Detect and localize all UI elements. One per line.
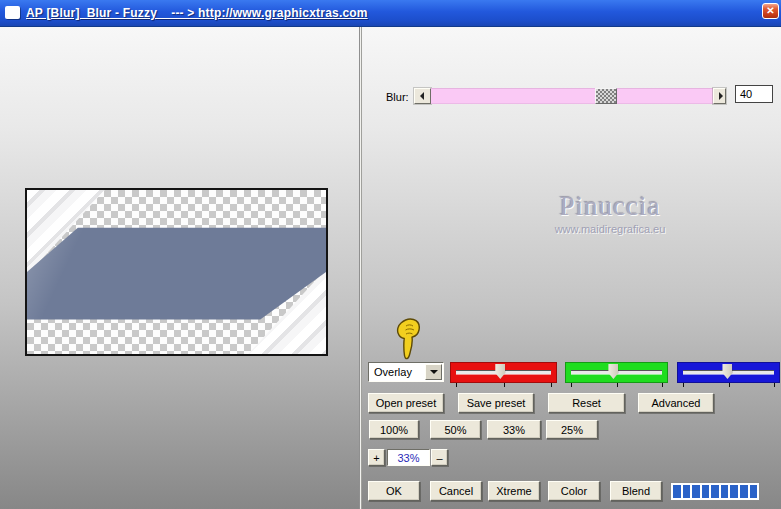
arrow-right-icon — [719, 92, 723, 100]
xtreme-button[interactable]: Xtreme — [488, 481, 540, 501]
pointing-hand-icon — [393, 317, 423, 361]
reset-button[interactable]: Reset — [548, 393, 625, 413]
progress-segment — [692, 485, 700, 498]
progress-segment — [721, 485, 729, 498]
watermark-name: Pinuccia — [485, 191, 735, 222]
blur-label: Blur: — [386, 91, 409, 103]
channel-slider-green[interactable] — [565, 362, 668, 383]
blur-increment-button[interactable] — [713, 88, 726, 104]
progress-segment — [740, 485, 748, 498]
blur-decrement-button[interactable] — [414, 88, 431, 104]
slider-tick — [683, 383, 684, 387]
arrow-left-icon — [420, 92, 424, 100]
cancel-button[interactable]: Cancel — [430, 481, 482, 501]
slider-tick — [456, 383, 457, 387]
blend-mode-value: Overlay — [374, 366, 412, 378]
close-button[interactable]: ✕ — [762, 3, 779, 19]
slider-tick — [774, 383, 775, 387]
slider-thumb[interactable] — [495, 364, 505, 379]
blend-button[interactable]: Blend — [610, 481, 662, 501]
slider-thumb[interactable] — [608, 364, 618, 379]
channel-slider-red[interactable] — [450, 362, 557, 383]
progress-segment — [730, 485, 738, 498]
window-icon — [5, 6, 20, 19]
progress-segment — [711, 485, 719, 498]
slider-thumb[interactable] — [722, 364, 732, 379]
progress-segment — [702, 485, 710, 498]
progress-segment — [683, 485, 691, 498]
open-preset-button[interactable]: Open preset — [368, 393, 444, 413]
zoom-out-button[interactable]: – — [431, 449, 448, 466]
close-icon: ✕ — [766, 5, 774, 16]
dropdown-button[interactable] — [425, 364, 442, 380]
progress-segment — [750, 485, 758, 498]
blur-value-field[interactable]: 40 — [735, 85, 773, 103]
zoom-33-button[interactable]: 33% — [487, 420, 541, 439]
zoom-in-button[interactable]: + — [368, 449, 385, 466]
watermark-url: www.maidiregrafica.eu — [485, 223, 735, 235]
window-title: AP [Blur] Blur - Fuzzy --- > http://www.… — [26, 6, 368, 20]
slider-tick — [571, 383, 572, 387]
chevron-down-icon — [430, 370, 438, 378]
zoom-level-value: 33% — [387, 449, 430, 466]
zoom-50-button[interactable]: 50% — [430, 420, 481, 439]
slider-tick — [617, 383, 618, 387]
progress-bar — [670, 482, 760, 501]
slider-tick — [729, 383, 730, 387]
slider-tick — [662, 383, 663, 387]
ok-button[interactable]: OK — [368, 481, 420, 501]
zoom-25-button[interactable]: 25% — [546, 420, 598, 439]
progress-segment — [673, 485, 681, 498]
zoom-100-button[interactable]: 100% — [369, 420, 419, 439]
blur-slider-thumb[interactable] — [595, 88, 617, 104]
advanced-button[interactable]: Advanced — [638, 393, 714, 413]
image-preview[interactable] — [25, 188, 328, 356]
blur-slider-track[interactable] — [431, 88, 713, 104]
slider-tick — [551, 383, 552, 387]
channel-slider-blue[interactable] — [677, 362, 780, 383]
panel-divider — [359, 27, 362, 509]
color-button[interactable]: Color — [548, 481, 600, 501]
slider-tick — [504, 383, 505, 387]
title-bar: AP [Blur] Blur - Fuzzy --- > http://www.… — [0, 0, 781, 27]
save-preset-button[interactable]: Save preset — [458, 393, 534, 413]
blend-mode-dropdown[interactable]: Overlay — [368, 362, 444, 382]
watermark: Pinuccia www.maidiregrafica.eu — [485, 191, 735, 235]
